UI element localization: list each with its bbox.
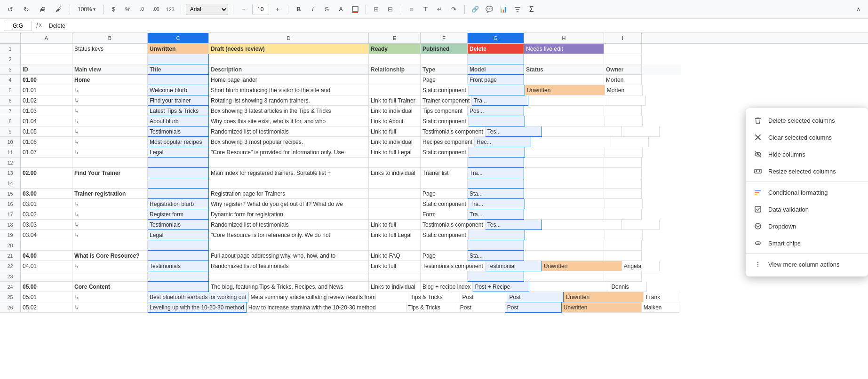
cell-c13[interactable]: [148, 168, 209, 178]
cell-i17[interactable]: [604, 209, 642, 220]
cell-h21[interactable]: [524, 251, 604, 261]
cell-e5[interactable]: [369, 85, 421, 95]
cell-d7[interactable]: Box showing 3 latest articles in the Tip…: [209, 106, 369, 116]
cell-i10[interactable]: [611, 137, 649, 147]
decimal-decrease-button[interactable]: .0: [136, 4, 148, 15]
cell-i6[interactable]: [608, 95, 646, 106]
cell-b20[interactable]: [72, 240, 148, 251]
cell-e12[interactable]: [369, 158, 421, 168]
cell-h5[interactable]: Unwritten: [525, 85, 605, 95]
cell-h11[interactable]: [525, 147, 605, 158]
col-header-b[interactable]: B: [72, 33, 148, 43]
cell-d25[interactable]: Meta summary article collating review re…: [248, 292, 408, 302]
cell-g8[interactable]: [469, 116, 525, 126]
filter-button[interactable]: [512, 4, 523, 15]
cell-b8[interactable]: ↳: [72, 116, 148, 126]
cell-e16[interactable]: [369, 199, 421, 209]
italic-button[interactable]: I: [307, 4, 319, 15]
cell-g20[interactable]: [468, 240, 524, 251]
cell-h16[interactable]: [525, 199, 605, 209]
font-family-select[interactable]: Arial: [186, 4, 228, 15]
cell-g10[interactable]: Rec...: [475, 137, 531, 147]
col-header-d[interactable]: D: [209, 33, 369, 43]
cell-h9[interactable]: [542, 126, 622, 137]
cell-i23[interactable]: [604, 271, 642, 282]
cell-a24[interactable]: 05.00: [21, 282, 72, 292]
cell-c16[interactable]: Registration blurb: [148, 199, 209, 209]
cell-b6[interactable]: ↳: [72, 95, 148, 106]
cell-d15[interactable]: Registration page for Trainers: [209, 189, 369, 199]
cell-g26[interactable]: Post: [505, 302, 562, 313]
cell-c24[interactable]: [148, 282, 209, 292]
collapse-button[interactable]: ∧: [853, 4, 864, 15]
cell-h20[interactable]: [524, 240, 604, 251]
cell-g22[interactable]: Testimonial: [486, 261, 542, 271]
cell-d8[interactable]: Why does this site exist, who is it for,…: [209, 116, 369, 126]
cell-h7[interactable]: [524, 106, 604, 116]
fill-color-button[interactable]: [350, 4, 361, 15]
cell-b18[interactable]: ↳: [72, 220, 148, 230]
zoom-selector[interactable]: 100% ▾: [75, 5, 98, 14]
cell-a25[interactable]: 05.01: [21, 292, 72, 302]
cell-h23[interactable]: [524, 271, 604, 282]
cell-e8[interactable]: Link to About: [369, 116, 421, 126]
cell-e15[interactable]: [369, 189, 421, 199]
cell-e11[interactable]: Link to full Legal: [369, 147, 421, 158]
cell-i1[interactable]: [604, 44, 642, 54]
cell-a16[interactable]: 03.01: [21, 199, 72, 209]
cell-d21[interactable]: Full about page addressing why, who, how…: [209, 251, 369, 261]
cell-g6[interactable]: Tra...: [472, 95, 528, 106]
cell-f12[interactable]: [421, 158, 468, 168]
cell-i19[interactable]: [605, 230, 643, 240]
cell-a10[interactable]: 01.06: [21, 137, 72, 147]
cell-h8[interactable]: [525, 116, 605, 126]
cell-c23[interactable]: [148, 271, 209, 282]
cell-g18[interactable]: Tes...: [486, 220, 542, 230]
cell-f14[interactable]: [421, 178, 468, 189]
cell-d17[interactable]: Dynamic form for registration: [209, 209, 369, 220]
cell-d13[interactable]: Main index for registered trainers. Sort…: [209, 168, 369, 178]
cell-b23[interactable]: [72, 271, 148, 282]
cell-c25[interactable]: Best bluetooth earbuds for working out: [148, 292, 248, 302]
cell-h17[interactable]: [524, 209, 604, 220]
num-format-button[interactable]: 123: [165, 4, 176, 15]
cell-a6[interactable]: 01.02: [21, 95, 72, 106]
cell-h18[interactable]: [542, 220, 622, 230]
cell-b1[interactable]: Status keys: [72, 44, 148, 54]
cell-h24[interactable]: [529, 282, 609, 292]
cell-h3[interactable]: Status: [524, 64, 604, 75]
cell-c4[interactable]: [148, 75, 209, 85]
cell-a20[interactable]: [21, 240, 72, 251]
col-header-c[interactable]: C: [148, 33, 209, 43]
cell-g4[interactable]: Front page: [468, 75, 524, 85]
cell-c15[interactable]: [148, 189, 209, 199]
increase-font-button[interactable]: +: [272, 4, 283, 15]
cell-h14[interactable]: [524, 178, 604, 189]
cell-g23[interactable]: [468, 271, 524, 282]
cell-i21[interactable]: [604, 251, 642, 261]
data-validation-item[interactable]: Data validation: [746, 201, 868, 218]
cell-f8[interactable]: Static component: [421, 116, 469, 126]
cell-e2[interactable]: [369, 54, 421, 64]
cell-f5[interactable]: Static component: [421, 85, 469, 95]
cell-f15[interactable]: Page: [421, 189, 468, 199]
rotate-button[interactable]: ↷: [448, 4, 460, 15]
cell-f22[interactable]: Testimonials component: [421, 261, 486, 271]
cell-i22[interactable]: Angela: [622, 261, 660, 271]
cell-g13[interactable]: Tra...: [468, 168, 524, 178]
cell-f25[interactable]: Post: [460, 292, 507, 302]
cell-c19[interactable]: Legal: [148, 230, 209, 240]
currency-button[interactable]: $: [108, 4, 119, 15]
col-header-e[interactable]: E: [369, 33, 421, 43]
cell-a7[interactable]: 01.03: [21, 106, 72, 116]
grid-container[interactable]: 1 Status keys Unwritten Draft (needs rev…: [0, 44, 868, 379]
cell-f11[interactable]: Static component: [421, 147, 469, 158]
cell-b9[interactable]: ↳: [72, 126, 148, 137]
cell-g15[interactable]: Sta...: [468, 189, 524, 199]
col-header-h[interactable]: H: [524, 33, 604, 43]
decimal-increase-button[interactable]: .00: [151, 4, 162, 15]
cell-i16[interactable]: [605, 199, 643, 209]
cell-a1[interactable]: [21, 44, 72, 54]
cell-g3[interactable]: Model: [468, 64, 524, 75]
cell-g24[interactable]: Post + Recipe: [473, 282, 529, 292]
